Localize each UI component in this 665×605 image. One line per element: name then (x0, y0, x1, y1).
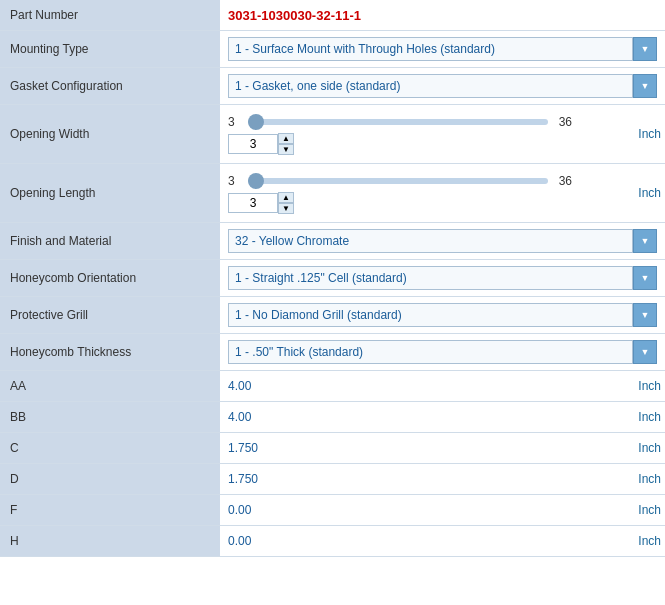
dim-f-value-cell: 0.00 (220, 495, 625, 526)
opening-width-increment[interactable]: ▲ (278, 133, 294, 144)
dim-d-value: 1.750 (228, 472, 258, 486)
part-number-label: Part Number (0, 0, 220, 31)
opening-width-row: Opening Width 3 36 ▲ ▼ Inch (0, 105, 665, 164)
honeycomb-orientation-label: Honeycomb Orientation (0, 260, 220, 297)
honeycomb-thickness-select[interactable]: 1 - .50" Thick (standard)2 - 1.00" Thick… (228, 340, 633, 364)
dim-h-value: 0.00 (228, 534, 251, 548)
finish-material-dropdown-btn[interactable] (633, 229, 657, 253)
protective-grill-select[interactable]: 1 - No Diamond Grill (standard)2 - Diamo… (228, 303, 633, 327)
mounting-type-label: Mounting Type (0, 31, 220, 68)
dim-bb-unit: Inch (625, 402, 665, 433)
opening-length-spinner-wrapper: ▲ ▼ (228, 192, 617, 214)
dim-aa-row: AA 4.00 Inch (0, 371, 665, 402)
dim-bb-label: BB (0, 402, 220, 433)
dim-c-value-cell: 1.750 (220, 433, 625, 464)
honeycomb-thickness-label: Honeycomb Thickness (0, 334, 220, 371)
honeycomb-orientation-dropdown-btn[interactable] (633, 266, 657, 290)
opening-length-increment[interactable]: ▲ (278, 192, 294, 203)
part-number-text: 3031-1030030-32-11-1 (228, 8, 361, 23)
finish-material-value-cell: 32 - Yellow Chromate11 - Alodine21 - Pai… (220, 223, 665, 260)
opening-length-unit: Inch (625, 164, 665, 223)
mounting-type-select[interactable]: 1 - Surface Mount with Through Holes (st… (228, 37, 633, 61)
opening-width-decrement[interactable]: ▼ (278, 144, 294, 155)
dim-bb-value: 4.00 (228, 410, 251, 424)
honeycomb-orientation-row: Honeycomb Orientation 1 - Straight .125"… (0, 260, 665, 297)
protective-grill-label: Protective Grill (0, 297, 220, 334)
dim-bb-value-cell: 4.00 (220, 402, 625, 433)
opening-width-spinner-btns: ▲ ▼ (278, 133, 294, 155)
opening-length-decrement[interactable]: ▼ (278, 203, 294, 214)
gasket-config-dropdown-wrapper: 1 - Gasket, one side (standard)2 - Gaske… (228, 74, 657, 98)
mounting-type-value-cell: 1 - Surface Mount with Through Holes (st… (220, 31, 665, 68)
dim-c-label: C (0, 433, 220, 464)
gasket-config-select[interactable]: 1 - Gasket, one side (standard)2 - Gaske… (228, 74, 633, 98)
dim-c-unit: Inch (625, 433, 665, 464)
opening-width-min: 3 (228, 115, 244, 129)
gasket-config-value-cell: 1 - Gasket, one side (standard)2 - Gaske… (220, 68, 665, 105)
finish-material-label: Finish and Material (0, 223, 220, 260)
dim-h-row: H 0.00 Inch (0, 526, 665, 557)
mounting-type-row: Mounting Type 1 - Surface Mount with Thr… (0, 31, 665, 68)
opening-width-range[interactable] (248, 119, 548, 125)
protective-grill-row: Protective Grill 1 - No Diamond Grill (s… (0, 297, 665, 334)
opening-length-label: Opening Length (0, 164, 220, 223)
opening-width-slider-container: 3 36 ▲ ▼ (228, 111, 617, 157)
opening-length-value-cell: 3 36 ▲ ▼ (220, 164, 625, 223)
dim-aa-value-cell: 4.00 (220, 371, 625, 402)
gasket-config-dropdown-btn[interactable] (633, 74, 657, 98)
dim-aa-unit: Inch (625, 371, 665, 402)
dim-aa-value: 4.00 (228, 379, 251, 393)
opening-length-row: Opening Length 3 36 ▲ ▼ Inch (0, 164, 665, 223)
opening-length-spinner-btns: ▲ ▼ (278, 192, 294, 214)
opening-width-spinner-input[interactable] (228, 134, 278, 154)
dim-h-unit: Inch (625, 526, 665, 557)
honeycomb-orientation-value-cell: 1 - Straight .125" Cell (standard)2 - Bi… (220, 260, 665, 297)
opening-width-label: Opening Width (0, 105, 220, 164)
part-number-row: Part Number 3031-1030030-32-11-1 (0, 0, 665, 31)
honeycomb-orientation-select[interactable]: 1 - Straight .125" Cell (standard)2 - Bi… (228, 266, 633, 290)
dim-h-label: H (0, 526, 220, 557)
opening-width-max: 36 (552, 115, 572, 129)
gasket-config-row: Gasket Configuration 1 - Gasket, one sid… (0, 68, 665, 105)
opening-length-slider-row: 3 36 (228, 174, 617, 188)
dim-f-value: 0.00 (228, 503, 251, 517)
part-number-value: 3031-1030030-32-11-1 (220, 0, 665, 31)
mounting-type-dropdown-wrapper: 1 - Surface Mount with Through Holes (st… (228, 37, 657, 61)
gasket-config-label: Gasket Configuration (0, 68, 220, 105)
honeycomb-orientation-dropdown-wrapper: 1 - Straight .125" Cell (standard)2 - Bi… (228, 266, 657, 290)
finish-material-row: Finish and Material 32 - Yellow Chromate… (0, 223, 665, 260)
dim-d-row: D 1.750 Inch (0, 464, 665, 495)
honeycomb-thickness-dropdown-wrapper: 1 - .50" Thick (standard)2 - 1.00" Thick… (228, 340, 657, 364)
dim-c-value: 1.750 (228, 441, 258, 455)
honeycomb-thickness-row: Honeycomb Thickness 1 - .50" Thick (stan… (0, 334, 665, 371)
opening-length-range[interactable] (248, 178, 548, 184)
opening-width-slider-row: 3 36 (228, 115, 617, 129)
protective-grill-dropdown-wrapper: 1 - No Diamond Grill (standard)2 - Diamo… (228, 303, 657, 327)
opening-length-slider-container: 3 36 ▲ ▼ (228, 170, 617, 216)
opening-width-spinner-wrapper: ▲ ▼ (228, 133, 617, 155)
dim-d-label: D (0, 464, 220, 495)
finish-material-select[interactable]: 32 - Yellow Chromate11 - Alodine21 - Pai… (228, 229, 633, 253)
opening-width-value-cell: 3 36 ▲ ▼ (220, 105, 625, 164)
dim-d-value-cell: 1.750 (220, 464, 625, 495)
configuration-table: Part Number 3031-1030030-32-11-1 Mountin… (0, 0, 665, 557)
dim-aa-label: AA (0, 371, 220, 402)
mounting-type-dropdown-btn[interactable] (633, 37, 657, 61)
dim-f-row: F 0.00 Inch (0, 495, 665, 526)
dim-f-unit: Inch (625, 495, 665, 526)
finish-material-dropdown-wrapper: 32 - Yellow Chromate11 - Alodine21 - Pai… (228, 229, 657, 253)
dim-h-value-cell: 0.00 (220, 526, 625, 557)
dim-d-unit: Inch (625, 464, 665, 495)
honeycomb-thickness-dropdown-btn[interactable] (633, 340, 657, 364)
dim-f-label: F (0, 495, 220, 526)
honeycomb-thickness-value-cell: 1 - .50" Thick (standard)2 - 1.00" Thick… (220, 334, 665, 371)
protective-grill-value-cell: 1 - No Diamond Grill (standard)2 - Diamo… (220, 297, 665, 334)
opening-length-max: 36 (552, 174, 572, 188)
opening-length-min: 3 (228, 174, 244, 188)
opening-length-spinner-input[interactable] (228, 193, 278, 213)
protective-grill-dropdown-btn[interactable] (633, 303, 657, 327)
dim-c-row: C 1.750 Inch (0, 433, 665, 464)
opening-width-unit: Inch (625, 105, 665, 164)
dim-bb-row: BB 4.00 Inch (0, 402, 665, 433)
